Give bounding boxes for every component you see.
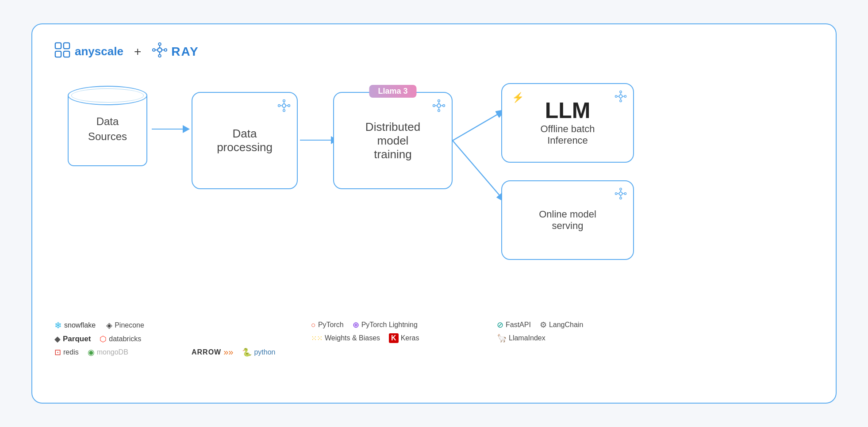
svg-rect-0 bbox=[55, 43, 61, 49]
data-sources-section: Data Sources bbox=[63, 83, 152, 172]
svg-rect-3 bbox=[64, 51, 69, 57]
arrow-1 bbox=[152, 125, 190, 133]
svg-point-37 bbox=[615, 95, 617, 97]
svg-point-38 bbox=[624, 95, 626, 97]
logos-data-sources: ❄ snowflake ◈ Pinecone ◆ Parquet ⬡ bbox=[54, 320, 178, 357]
svg-point-35 bbox=[620, 91, 622, 92]
svg-point-26 bbox=[443, 105, 445, 107]
ray-corner-llm bbox=[615, 90, 627, 104]
ray-corner-processing bbox=[277, 99, 291, 115]
logo-fastapi: ⊘ FastAPI bbox=[497, 320, 531, 330]
anyscale-icon bbox=[54, 42, 70, 61]
svg-point-46 bbox=[615, 193, 617, 194]
svg-point-16 bbox=[278, 105, 280, 107]
logo-snowflake: ❄ snowflake bbox=[54, 320, 96, 331]
header: anyscale + RAY bbox=[54, 42, 814, 61]
anyscale-text: anyscale bbox=[75, 45, 123, 58]
svg-point-8 bbox=[165, 49, 167, 51]
svg-point-17 bbox=[288, 105, 290, 107]
svg-point-22 bbox=[437, 104, 441, 107]
logos-training: ○ PyTorch ⊕ PyTorch Lightning ⁙⁙ Weights… bbox=[311, 320, 470, 357]
distributed-training-box: Llama 3 Distributed model train bbox=[333, 92, 453, 189]
logo-langchain: ⚙ LangChain bbox=[540, 320, 583, 330]
svg-rect-2 bbox=[55, 51, 61, 57]
svg-point-23 bbox=[438, 100, 440, 102]
plus-sign: + bbox=[134, 45, 141, 59]
svg-point-25 bbox=[433, 105, 435, 107]
anyscale-logo: anyscale bbox=[54, 42, 123, 61]
ray-text: RAY bbox=[171, 45, 199, 59]
ray-icon bbox=[152, 42, 168, 61]
llama-badge: Llama 3 bbox=[369, 85, 416, 98]
online-serving-box: Online model serving bbox=[501, 180, 634, 260]
arrow-2 bbox=[300, 136, 338, 144]
logo-llamaindex: 🦙 LlamaIndex bbox=[497, 333, 545, 343]
online-serving-label: Online model serving bbox=[539, 209, 596, 232]
logo-redis: ⊡ redis bbox=[54, 347, 79, 357]
svg-line-31 bbox=[453, 110, 506, 141]
data-sources-cylinder: Data Sources bbox=[68, 83, 147, 172]
logos-data-processing: ARROW »» 🐍 python bbox=[192, 320, 307, 357]
offline-inference-box: ⚡ LLM Offline batch Inference bbox=[501, 83, 634, 163]
svg-point-15 bbox=[283, 110, 285, 112]
distributed-training-label: Distributed model training bbox=[365, 120, 420, 161]
logos-area: ❄ snowflake ◈ Pinecone ◆ Parquet ⬡ bbox=[54, 320, 814, 357]
svg-line-32 bbox=[453, 141, 506, 202]
ray-logo: RAY bbox=[152, 42, 199, 61]
svg-point-24 bbox=[438, 110, 440, 112]
logo-parquet: ◆ Parquet bbox=[54, 334, 91, 344]
logo-pytorch: ○ PyTorch bbox=[311, 320, 344, 330]
logos-serving: ⊘ FastAPI ⚙ LangChain 🦙 LlamaIndex bbox=[497, 320, 638, 357]
svg-point-44 bbox=[620, 188, 622, 190]
svg-point-13 bbox=[282, 104, 286, 107]
llm-spark-icon: ⚡ bbox=[512, 92, 524, 103]
logo-arrow: ARROW »» bbox=[192, 347, 233, 357]
data-sources-label: Data Sources bbox=[68, 114, 147, 144]
logo-pinecone: ◈ Pinecone bbox=[106, 320, 144, 330]
svg-point-47 bbox=[624, 193, 626, 194]
data-processing-box: Data processing bbox=[192, 92, 298, 189]
logo-mongodb: ◉ mongoDB bbox=[88, 347, 128, 357]
svg-point-5 bbox=[158, 43, 161, 46]
diagram-area: Data Sources bbox=[54, 83, 814, 357]
svg-point-6 bbox=[158, 54, 161, 57]
logo-pytorch-lightning: ⊕ PyTorch Lightning bbox=[353, 320, 418, 330]
cylinder-top-inner bbox=[71, 88, 144, 103]
logo-databricks: ⬡ databricks bbox=[100, 334, 141, 344]
logo-python: 🐍 python bbox=[242, 347, 275, 357]
svg-point-7 bbox=[153, 49, 155, 51]
svg-point-36 bbox=[620, 100, 622, 102]
data-processing-label: Data processing bbox=[217, 127, 273, 154]
main-card: anyscale + RAY bbox=[31, 23, 837, 404]
svg-point-45 bbox=[620, 197, 622, 199]
llm-title: LLM bbox=[545, 99, 591, 122]
svg-point-34 bbox=[619, 95, 622, 98]
ray-corner-training bbox=[432, 99, 446, 115]
svg-rect-1 bbox=[64, 43, 69, 49]
offline-inference-label: Offline batch Inference bbox=[540, 123, 595, 146]
svg-point-4 bbox=[157, 48, 161, 52]
logo-keras: K Keras bbox=[389, 333, 419, 343]
ray-corner-serving bbox=[615, 187, 627, 202]
svg-point-14 bbox=[283, 100, 285, 102]
svg-point-43 bbox=[619, 192, 622, 195]
logo-wandb: ⁙⁙ Weights & Biases bbox=[311, 334, 380, 343]
